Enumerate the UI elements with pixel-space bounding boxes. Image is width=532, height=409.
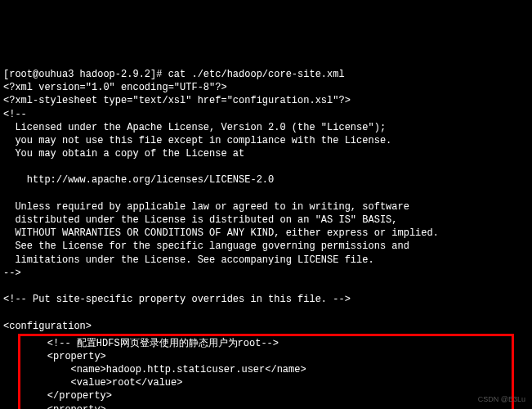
file-content-highlight: <!-- 配置HDFS网页登录使用的静态用户为root--> <property… — [24, 337, 508, 409]
shell-prompt-line: [root@ouhua3 hadoop-2.9.2]# cat ./etc/ha… — [3, 69, 345, 80]
watermark-text: CSDN @E3Lu — [478, 394, 525, 404]
file-content-top: <?xml version="1.0" encoding="UTF-8"?> <… — [3, 81, 529, 333]
config-highlight-box: <!-- 配置HDFS网页登录使用的静态用户为root--> <property… — [18, 334, 514, 409]
terminal-output: [root@ouhua3 hadoop-2.9.2]# cat ./etc/ha… — [3, 55, 529, 409]
